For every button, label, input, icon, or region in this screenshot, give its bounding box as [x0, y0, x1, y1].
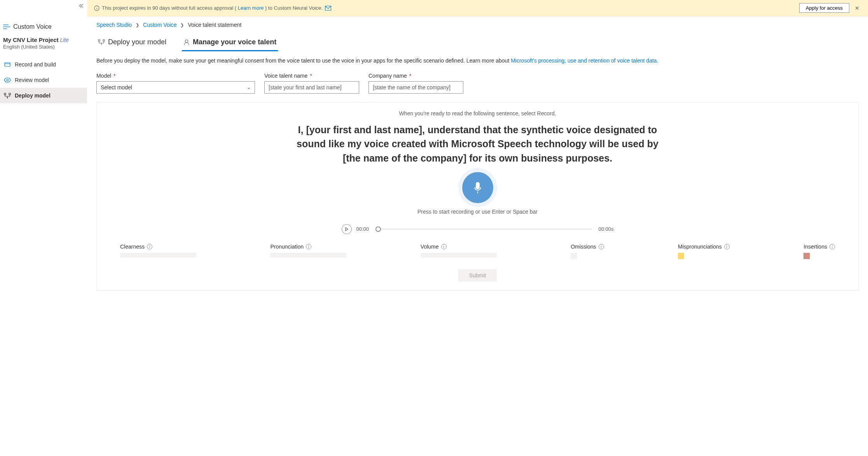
tab-manage-voice-talent[interactable]: Manage your voice talent: [182, 35, 278, 51]
svg-point-14: [185, 40, 188, 42]
sidebar-title: Custom Voice: [13, 23, 52, 30]
info-icon[interactable]: i: [147, 244, 152, 249]
consent-statement: I, [your first and last name], understan…: [291, 123, 664, 165]
mail-icon[interactable]: [325, 6, 331, 10]
banner-learn-more-link[interactable]: Learn more: [238, 5, 264, 11]
breadcrumb: Speech Studio ❯ Custom Voice ❯ Voice tal…: [96, 22, 859, 28]
progress-thumb[interactable]: [375, 226, 381, 232]
banner-text: ) to Custom Neural Voice.: [265, 5, 323, 11]
company-name-label: Company name *: [369, 73, 463, 79]
talent-name-input[interactable]: [264, 81, 359, 94]
svg-rect-12: [98, 40, 100, 41]
metric-clearness-label: Clearnessi: [120, 244, 196, 250]
intro-text: Before you deploy the model, make sure y…: [96, 57, 859, 65]
play-button[interactable]: [342, 224, 352, 234]
project-badge: Lite: [60, 37, 69, 43]
metric-volume-label: Volumei: [421, 244, 497, 250]
sidebar: Custom Voice My CNV Lite Project Lite En…: [0, 0, 87, 456]
info-icon[interactable]: i: [724, 244, 730, 249]
custom-voice-icon: [3, 24, 10, 30]
nav-label: Review model: [15, 77, 49, 83]
chevron-right-icon: ❯: [136, 23, 139, 28]
breadcrumb-custom-voice[interactable]: Custom Voice: [143, 22, 176, 28]
sidebar-item-record-build[interactable]: Record and build: [0, 57, 87, 72]
sidebar-item-deploy-model[interactable]: Deploy model: [0, 88, 87, 103]
svg-rect-5: [4, 93, 6, 95]
recording-panel: When you're ready to read the following …: [96, 102, 859, 291]
panel-ready-text: When you're ready to read the following …: [116, 110, 839, 117]
metric-mispronunciations-label: Mispronunciationsi: [678, 244, 730, 250]
metric-insertions-label: Insertionsi: [803, 244, 835, 250]
metric-mispronunciations-swatch: [678, 253, 684, 259]
record-build-icon: [4, 61, 11, 68]
company-name-input[interactable]: [369, 81, 463, 94]
deploy-icon: [98, 39, 105, 45]
intro-link[interactable]: Microsoft's processing, use and retentio…: [511, 57, 658, 64]
apply-for-access-button[interactable]: Apply for access: [799, 3, 849, 13]
banner-text: This project expires in 90 days without …: [102, 5, 236, 11]
main: This project expires in 90 days without …: [87, 0, 868, 456]
review-model-icon: [4, 77, 11, 83]
metric-volume-bar: [421, 253, 497, 258]
info-icon[interactable]: i: [830, 244, 835, 249]
info-icon: [94, 5, 100, 11]
person-icon: [183, 39, 190, 45]
deploy-model-icon: [4, 93, 11, 98]
metric-omissions-swatch: [571, 253, 577, 259]
chevron-right-icon: ❯: [180, 23, 184, 28]
time-current: 00:00: [356, 226, 374, 232]
tab-label: Deploy your model: [108, 38, 166, 46]
info-icon[interactable]: i: [599, 244, 604, 249]
submit-button[interactable]: Submit: [458, 269, 497, 282]
metric-pronunciation-bar: [270, 253, 346, 258]
metric-pronunciation-label: Pronunciationi: [270, 244, 346, 250]
record-hint: Press to start recording or use Enter or…: [417, 209, 538, 215]
project-language: English (United States): [3, 44, 84, 50]
breadcrumb-current: Voice talent statement: [188, 22, 241, 28]
notice-banner: This project expires in 90 days without …: [87, 0, 868, 16]
info-icon[interactable]: i: [306, 244, 311, 249]
info-icon[interactable]: i: [441, 244, 447, 249]
close-icon[interactable]: ✕: [853, 5, 861, 11]
record-button[interactable]: [462, 172, 493, 203]
svg-rect-3: [5, 63, 10, 66]
collapse-sidebar-icon[interactable]: [79, 3, 84, 9]
project-name: My CNV Lite Project: [3, 37, 59, 43]
svg-point-4: [7, 79, 9, 81]
nav-label: Record and build: [15, 61, 56, 68]
model-select-value: Select model: [101, 84, 132, 91]
tab-deploy-model[interactable]: Deploy your model: [96, 35, 168, 51]
project-header: My CNV Lite Project Lite English (United…: [0, 32, 87, 57]
chevron-down-icon: ⌄: [247, 85, 251, 90]
metric-omissions-label: Omissionsi: [571, 244, 604, 250]
metric-clearness-bar: [120, 253, 196, 258]
svg-rect-6: [9, 93, 10, 95]
model-label: Model *: [96, 73, 255, 79]
progress-track[interactable]: [378, 228, 592, 230]
talent-name-label: Voice talent name *: [264, 73, 359, 79]
tab-label: Manage your voice talent: [193, 38, 276, 46]
sidebar-item-review-model[interactable]: Review model: [0, 72, 87, 88]
metric-insertions-swatch: [803, 253, 810, 259]
nav-label: Deploy model: [15, 92, 51, 99]
time-total: 00:00s: [597, 226, 614, 232]
model-select[interactable]: Select model ⌄: [96, 81, 255, 94]
breadcrumb-root[interactable]: Speech Studio: [96, 22, 132, 28]
svg-rect-13: [103, 40, 105, 41]
